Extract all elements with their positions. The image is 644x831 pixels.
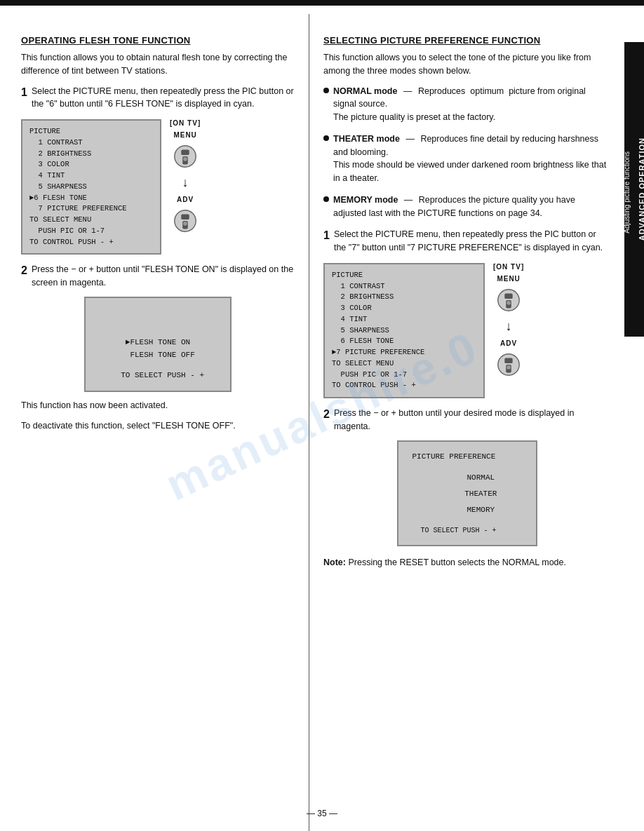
screen1-line5: 4 TINT: [29, 170, 153, 182]
left-step2-text: Press the − or + button until "FLESH TON…: [32, 263, 295, 290]
bullet-theater: THEATER mode — Reproduces fine detail by…: [323, 133, 610, 185]
right-step1: 1 Select the PICTURE menu, then repeated…: [323, 228, 610, 255]
right-screen2-wrapper: PICTURE PREFERENCE NORMAL THEATER MEMORY…: [323, 440, 610, 547]
bullet-dot-memory: [323, 196, 329, 202]
right-step2-text: Press the − or + button until your desir…: [334, 407, 610, 433]
right-screen1-container: PICTURE 1 CONTRAST 2 BRIGHTNESS 3 COLOR …: [323, 263, 610, 398]
pref-memory: MEMORY: [412, 504, 522, 517]
rremote1-menu-icon: [495, 287, 522, 313]
right-step1-num: 1: [323, 228, 330, 243]
remote1-adv-label: ADV: [177, 196, 194, 203]
rscreen1-line3: 2 BRIGHTNESS: [332, 292, 476, 303]
right-column: SELECTING PICTURE PREFERENCE FUNCTION Th…: [309, 14, 624, 831]
bullet-content-theater: THEATER mode — Reproduces fine detail by…: [333, 133, 610, 185]
screen1-line8: 7 PICTURE PREFERENCE: [29, 203, 153, 215]
remote1-adv-icon: [172, 208, 199, 234]
left-intro: This function allows you to obtain natur…: [21, 51, 295, 78]
flesh-tone-on: ►FLESH TONE ON: [97, 336, 219, 349]
screen1-line10: PUSH PIC OR 1-7: [29, 226, 153, 237]
rscreen1-line2: 1 CONTRAST: [332, 281, 476, 292]
side-tab-advanced: ADVANCED OPERATION: [638, 137, 645, 241]
page-number: — 35 —: [307, 809, 337, 818]
pref-normal: NORMAL: [412, 471, 522, 485]
arrow-down1: ↓: [182, 175, 189, 190]
pref-theater: THEATER: [412, 487, 522, 501]
rremote1-menu-label: MENU: [497, 275, 520, 283]
theater-dash: —: [405, 134, 415, 144]
rscreen1-line8: ►7 PICTURE PREFERENCE: [332, 347, 476, 358]
theater-mode-label: THEATER mode: [333, 134, 400, 144]
rscreen1-line9: TO SELECT MENU: [332, 358, 476, 370]
normal-dash: —: [403, 86, 412, 96]
left-step2-num: 2: [21, 263, 27, 278]
note-section: Note: Pressing the RESET button selects …: [323, 556, 610, 569]
screen1-line6: 5 SHARPNESS: [29, 182, 153, 193]
svg-point-15: [507, 365, 511, 370]
arrow-down-right: ↓: [506, 319, 512, 334]
normal-mode-label: NORMAL mode: [333, 86, 397, 96]
left-step1: 1 Select the PICTURE menu, then repeated…: [21, 85, 295, 112]
pref-select: TO SELECT PUSH - +: [412, 525, 522, 536]
flesh-tone-off: FLESH TONE OFF: [97, 349, 219, 362]
screen1-line3: 2 BRIGHTNESS: [29, 149, 153, 160]
rscreen1-line10: PUSH PIC OR 1-7: [332, 370, 476, 381]
left-step2: 2 Press the − or + button until "FLESH T…: [21, 263, 295, 290]
main-content: OPERATING FLESH TONE FUNCTION This funct…: [0, 14, 624, 831]
note-body: Pressing the RESET button selects the NO…: [348, 558, 566, 567]
svg-point-3: [183, 157, 187, 161]
note-label: Note:: [323, 558, 346, 567]
svg-rect-9: [504, 293, 512, 299]
bullet-dot-theater: [323, 135, 329, 141]
screen1-line9: TO SELECT MENU: [29, 215, 153, 226]
left-screen2-wrapper: ►FLESH TONE ON FLESH TONE OFF TO SELECT …: [21, 297, 295, 392]
rremote1-on-tv: [ON TV]: [493, 263, 524, 271]
left-tv-screen1: PICTURE 1 CONTRAST 2 BRIGHTNESS 3 COLOR …: [21, 119, 161, 255]
right-tv-screen1: PICTURE 1 CONTRAST 2 BRIGHTNESS 3 COLOR …: [323, 263, 485, 398]
rremote1-adv-icon: [495, 351, 522, 378]
remote1-menu-label: MENU: [173, 131, 196, 139]
memory-dash: —: [404, 195, 413, 205]
left-tv-screen2: ►FLESH TONE ON FLESH TONE OFF TO SELECT …: [84, 297, 232, 392]
deactivate-text: To deactivate this function, select "FLE…: [21, 419, 295, 433]
right-step2-num: 2: [323, 407, 330, 422]
right-section-title: SELECTING PICTURE PREFERENCE FUNCTION: [323, 35, 610, 46]
rremote1-adv-label: ADV: [500, 339, 517, 347]
memory-mode-label: MEMORY mode: [333, 195, 398, 205]
rscreen1-line5: 4 TINT: [332, 314, 476, 325]
bullet-content-normal: NORMAL mode — Reproduces optimum picture…: [333, 85, 610, 124]
activated-text: This function has now been activated.: [21, 399, 295, 412]
pref-title: PICTURE PREFERENCE: [412, 450, 522, 464]
bullet-dot-normal: [323, 88, 329, 93]
left-step1-num: 1: [21, 85, 27, 100]
bullet-content-memory: MEMORY mode — Reproduces the picture qua…: [333, 194, 610, 220]
svg-point-7: [183, 222, 187, 226]
screen1-line2: 1 CONTRAST: [29, 137, 153, 149]
svg-point-11: [507, 301, 511, 305]
left-section-title: OPERATING FLESH TONE FUNCTION: [21, 35, 295, 46]
left-remote1: [ON TV] MENU ↓ ADV: [170, 119, 201, 234]
top-bar: [0, 0, 644, 6]
svg-rect-5: [181, 215, 189, 220]
screen1-line7: ►6 FLESH TONE: [29, 193, 153, 204]
right-intro: This function allows you to select the t…: [323, 51, 610, 78]
left-screen1-container: PICTURE 1 CONTRAST 2 BRIGHTNESS 3 COLOR …: [21, 119, 295, 255]
svg-rect-13: [504, 358, 512, 363]
remote1-menu-icon: [172, 143, 199, 170]
right-step1-text: Select the PICTURE menu, then repeatedly…: [334, 228, 610, 255]
page-container: manualshire.0 ADVANCED OPERATION Adjusti…: [0, 0, 644, 831]
bullet-memory: MEMORY mode — Reproduces the picture qua…: [323, 194, 610, 220]
rscreen1-line11: TO CONTROL PUSH - +: [332, 380, 476, 391]
bullet-normal: NORMAL mode — Reproduces optimum picture…: [323, 85, 610, 124]
side-tab: ADVANCED OPERATION Adjusting picture fun…: [624, 42, 644, 337]
rscreen1-line4: 3 COLOR: [332, 303, 476, 314]
rscreen1-line1: PICTURE: [332, 270, 476, 281]
screen1-line4: 3 COLOR: [29, 159, 153, 170]
left-column: OPERATING FLESH TONE FUNCTION This funct…: [0, 14, 309, 831]
rscreen1-line7: 6 FLESH TONE: [332, 336, 476, 347]
svg-rect-1: [181, 150, 189, 156]
remote1-on-tv: [ON TV]: [170, 119, 201, 127]
screen1-line1: PICTURE: [29, 126, 153, 137]
flesh-tone-select: TO SELECT PUSH - +: [97, 369, 219, 382]
right-tv-screen2: PICTURE PREFERENCE NORMAL THEATER MEMORY…: [397, 440, 537, 547]
rscreen1-line6: 5 SHARPNESS: [332, 325, 476, 337]
